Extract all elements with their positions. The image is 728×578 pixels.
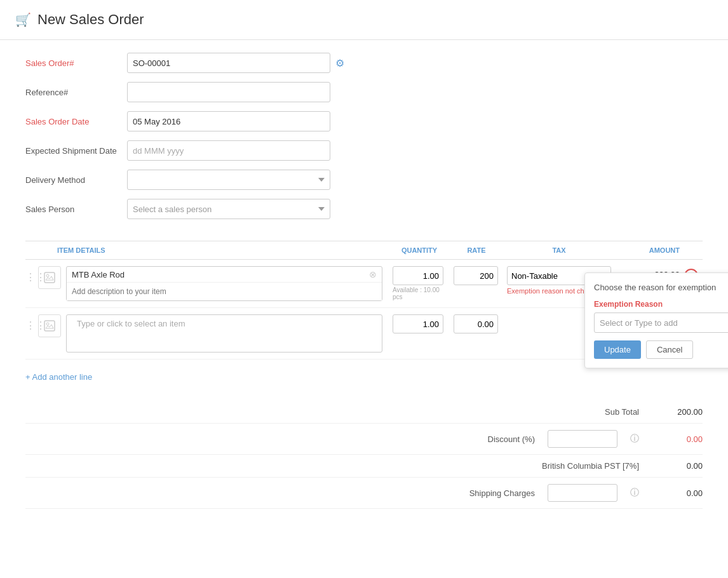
- tax-cell: Non-Taxable Exemption reason not chosen …: [502, 266, 616, 295]
- qty-cell-2: [388, 314, 451, 333]
- drag-handle[interactable]: ⋮⋮: [25, 266, 38, 283]
- rate-input[interactable]: [454, 266, 498, 285]
- popup-buttons: Update Cancel: [594, 340, 728, 359]
- add-line-button[interactable]: + Add another line: [25, 366, 92, 388]
- discount-info-icon[interactable]: ⓘ: [630, 433, 639, 445]
- sales-order-date-label: Sales Order Date: [25, 117, 127, 126]
- cancel-button[interactable]: Cancel: [646, 340, 693, 359]
- col-qty-header: QUANTITY: [388, 246, 451, 254]
- svg-rect-0: [44, 272, 55, 283]
- item-placeholder[interactable]: Type or click to select an item: [72, 315, 191, 332]
- sales-order-date-row: Sales Order Date: [25, 111, 703, 131]
- discount-input[interactable]: [548, 430, 617, 448]
- reference-row: Reference#: [25, 82, 703, 102]
- sales-order-input[interactable]: [127, 53, 330, 73]
- expected-shipment-input[interactable]: [127, 140, 330, 161]
- cart-icon: 🛒: [15, 12, 31, 27]
- discount-label: Discount (%): [408, 434, 535, 444]
- drag-handle-2[interactable]: ⋮⋮: [25, 314, 38, 332]
- svg-point-3: [46, 323, 49, 325]
- bc-pst-label: British Columbia PST [7%]: [512, 461, 639, 471]
- update-button[interactable]: Update: [594, 340, 641, 359]
- delivery-method-select[interactable]: [127, 170, 330, 190]
- rate-input-2[interactable]: [454, 314, 498, 333]
- exemption-popup: Choose the reason for exemption × Exempt…: [584, 272, 728, 368]
- shipping-row: Shipping Charges ⓘ 0.00: [25, 478, 703, 509]
- popup-title: Choose the reason for exemption: [594, 283, 716, 292]
- reference-label: Reference#: [25, 88, 127, 97]
- item-thumbnail-2: [38, 314, 61, 337]
- item-description-input[interactable]: [67, 283, 382, 300]
- discount-row: Discount (%) ⓘ 0.00: [25, 424, 703, 455]
- col-tax-header: TAX: [502, 246, 616, 254]
- sales-person-label: Sales Person: [25, 205, 127, 214]
- shipping-value: 0.00: [652, 488, 703, 498]
- table-header: ITEM DETAILS QUANTITY RATE TAX AMOUNT: [25, 241, 703, 260]
- page-title: New Sales Order: [37, 11, 144, 28]
- expected-shipment-row: Expected Shipment Date: [25, 140, 703, 161]
- bc-pst-value: 0.00: [652, 461, 703, 471]
- qty-input[interactable]: [393, 266, 443, 285]
- item-input-area: MTB Axle Rod ⊗: [66, 266, 382, 301]
- rate-cell-2: [451, 314, 502, 333]
- sales-order-row: Sales Order# ⚙: [25, 53, 703, 73]
- sales-order-label: Sales Order#: [25, 58, 127, 68]
- shipping-input[interactable]: [548, 484, 617, 502]
- summary-section: Sub Total 200.00 Discount (%) ⓘ 0.00 Bri…: [0, 394, 728, 521]
- col-item-header: ITEM DETAILS: [25, 246, 388, 254]
- delivery-method-label: Delivery Method: [25, 175, 127, 185]
- item-details-section: ITEM DETAILS QUANTITY RATE TAX AMOUNT ⋮⋮…: [0, 241, 728, 394]
- item-name: MTB Axle Rod: [72, 270, 369, 279]
- page-header: 🛒 New Sales Order: [0, 0, 728, 40]
- sub-total-label: Sub Total: [512, 407, 639, 417]
- shipping-label: Shipping Charges: [408, 488, 535, 498]
- reference-input[interactable]: [127, 82, 330, 102]
- sub-total-value: 200.00: [652, 407, 703, 417]
- item-thumbnail: [38, 266, 61, 289]
- qty-cell: Available : 10.00 pcs: [388, 266, 451, 300]
- discount-value: 0.00: [652, 434, 703, 444]
- bc-pst-row: British Columbia PST [7%] 0.00: [25, 455, 703, 478]
- svg-point-1: [46, 274, 49, 277]
- expected-shipment-label: Expected Shipment Date: [25, 146, 127, 156]
- sales-person-select[interactable]: Select a sales person: [127, 199, 330, 219]
- item-name-box: MTB Axle Rod ⊗: [66, 266, 382, 301]
- col-amount-header: AMOUNT: [616, 246, 680, 254]
- table-row: ⋮⋮ MTB Axle Rod ⊗ Available : 10.00 pcs: [25, 260, 703, 308]
- qty-input-2[interactable]: [393, 314, 443, 333]
- sales-person-row: Sales Person Select a sales person: [25, 199, 703, 219]
- shipping-info-icon[interactable]: ⓘ: [630, 487, 639, 499]
- popup-header: Choose the reason for exemption ×: [594, 282, 728, 292]
- sales-order-date-input[interactable]: [127, 111, 330, 131]
- clear-item-icon[interactable]: ⊗: [369, 269, 377, 279]
- col-rate-header: RATE: [451, 246, 502, 254]
- item-input-area-2: Type or click to select an item: [66, 314, 382, 353]
- gear-icon[interactable]: ⚙: [335, 57, 344, 69]
- popup-exemption-label: Exemption Reason: [594, 300, 728, 309]
- exemption-reason-select[interactable]: Select or Type to add: [594, 313, 728, 333]
- svg-rect-2: [44, 321, 55, 331]
- sub-total-row: Sub Total 200.00: [25, 401, 703, 424]
- qty-available: Available : 10.00 pcs: [393, 286, 446, 300]
- delivery-method-row: Delivery Method: [25, 170, 703, 190]
- item-name-box-2: Type or click to select an item: [66, 314, 382, 353]
- form-section: Sales Order# ⚙ Reference# Sales Order Da…: [0, 40, 728, 241]
- rate-cell: [451, 266, 502, 285]
